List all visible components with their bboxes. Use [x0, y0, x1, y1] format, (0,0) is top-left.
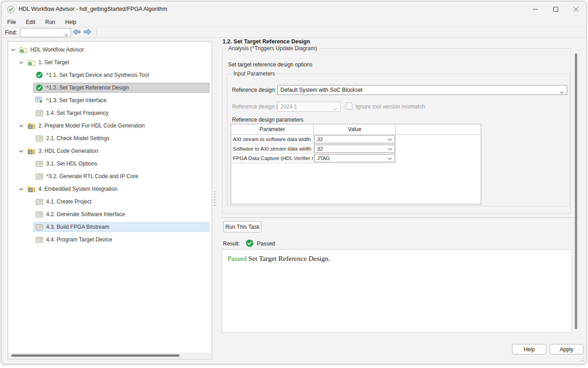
- result-status: Passed: [257, 241, 275, 247]
- window-controls: [525, 1, 586, 17]
- expand-chevron-icon[interactable]: [19, 188, 26, 191]
- tree-item-label: ^1.3. Set Target Interface: [46, 97, 107, 104]
- chevron-down-icon[interactable]: [64, 32, 68, 38]
- find-toolbar: Find:: [1, 28, 586, 38]
- workflow-tree-panel: HDL Workflow Advisor1. Set Target^1.1. S…: [8, 41, 212, 359]
- run-this-task-button[interactable]: Run This Task: [223, 221, 261, 232]
- parameter-value-cell: JTAG: [314, 154, 396, 163]
- parameter-value-cell: 32: [314, 144, 396, 154]
- tree-item[interactable]: HDL Workflow Advisor: [9, 43, 211, 56]
- table-header-empty: [396, 124, 481, 135]
- folder-tasks-icon: [28, 185, 35, 193]
- vertical-scrollbar-thumb[interactable]: [575, 53, 577, 329]
- reference-design-label: Reference design:: [232, 87, 276, 93]
- table-header-parameter: Parameter: [231, 124, 314, 135]
- table-empty-cell: [396, 135, 481, 144]
- table-row: Software to AXI stream data width32: [231, 144, 481, 154]
- task-icon: [35, 211, 43, 218]
- tree-item[interactable]: 1.4. Set Target Frequency: [9, 107, 211, 119]
- tree-item-label: 2. Prepare Model For HDL Code Generation: [38, 123, 145, 129]
- tree-item[interactable]: ^1.3. Set Target Interface: [9, 94, 211, 107]
- expand-chevron-icon[interactable]: [19, 150, 26, 153]
- reference-design-dropdown[interactable]: Default System with SoC Blockset: [277, 85, 567, 95]
- result-message-area: Passed Set Target Reference Design.: [222, 249, 572, 333]
- tree-item[interactable]: 2.1. Check Model Settings: [9, 132, 211, 145]
- tree-item-label: 4.2. Generate Software Interface: [46, 211, 125, 217]
- expand-chevron-icon[interactable]: [11, 48, 18, 52]
- tree-item-label: HDL Workflow Advisor: [30, 47, 84, 53]
- find-label: Find:: [5, 29, 17, 36]
- task-icon: [35, 109, 43, 117]
- tree-item-label: 3. HDL Code Generation: [38, 148, 98, 154]
- task-icon: [35, 135, 43, 142]
- tree-item-label: 3.1. Set HDL Options: [46, 160, 97, 167]
- find-next-button[interactable]: [83, 28, 93, 37]
- horizontal-scrollbar-thumb[interactable]: [11, 354, 180, 357]
- menu-item-run[interactable]: Run: [40, 18, 60, 27]
- find-previous-button[interactable]: [72, 28, 82, 37]
- minimize-button[interactable]: [525, 1, 545, 17]
- apply-button[interactable]: Apply: [550, 344, 583, 354]
- tree-item[interactable]: 1. Set Target: [9, 56, 211, 69]
- tree-item[interactable]: 3.1. Set HDL Options: [9, 157, 211, 170]
- menu-item-file[interactable]: File: [2, 18, 21, 27]
- task-icon: [35, 236, 43, 243]
- value-dropdown-text: JTAG: [317, 156, 330, 161]
- value-dropdown-text: 32: [317, 137, 323, 142]
- tree-item[interactable]: 2. Prepare Model For HDL Code Generation: [9, 119, 211, 132]
- menu-item-help[interactable]: Help: [60, 18, 81, 27]
- value-dropdown[interactable]: 32: [314, 135, 395, 143]
- workflow-tree: HDL Workflow Advisor1. Set Target^1.1. S…: [9, 43, 211, 246]
- tree-item[interactable]: ^1.1. Set Target Device and Synthesis To…: [9, 69, 211, 81]
- tree-item[interactable]: 4.4. Program Target Device: [9, 233, 211, 246]
- result-label: Result:: [223, 241, 240, 247]
- tree-item[interactable]: ^1.2. Set Target Reference Design: [9, 81, 211, 94]
- ignore-mismatch-label: Ignore tool version mismatch: [356, 104, 425, 110]
- result-message-text: Set Target Reference Design.: [247, 255, 330, 262]
- tree-item[interactable]: ^3.2. Generate RTL Code and IP Core: [9, 170, 211, 183]
- splitter-grip-icon: [214, 190, 216, 206]
- tree-item[interactable]: 4.2. Generate Software Interface: [9, 208, 211, 221]
- tree-item-label: 4.3. Build FPGA Bitstream: [46, 224, 109, 230]
- ignore-mismatch-checkbox[interactable]: [346, 103, 352, 109]
- tree-item[interactable]: 4.1. Create Project: [9, 195, 211, 208]
- help-button[interactable]: Help: [512, 344, 546, 354]
- chevron-down-icon: [388, 146, 392, 151]
- tree-item-label: ^1.1. Set Target Device and Synthesis To…: [46, 72, 149, 78]
- maximize-button[interactable]: [545, 1, 566, 17]
- check-circle-icon: [35, 84, 43, 91]
- input-parameters-legend: Input Parameters: [231, 71, 277, 77]
- task-panel: 1.2. Set Target Reference Design Analysi…: [222, 38, 585, 359]
- horizontal-scrollbar[interactable]: [9, 353, 211, 359]
- tree-item-label: 1.4. Set Target Frequency: [46, 110, 109, 116]
- input-parameters-groupbox: Input Parameters Reference design: Defau…: [227, 74, 570, 206]
- find-combobox[interactable]: [20, 28, 71, 37]
- folder-check-icon: [19, 46, 27, 53]
- value-dropdown[interactable]: JTAG: [314, 154, 395, 162]
- tree-item[interactable]: 3. HDL Code Generation: [9, 145, 211, 157]
- arrow-right-icon: [83, 28, 92, 35]
- find-input[interactable]: [21, 29, 63, 36]
- panel-splitter[interactable]: [213, 38, 217, 359]
- reference-design-value: Default System with SoC Blockset: [280, 87, 362, 93]
- close-button[interactable]: [566, 1, 586, 17]
- analysis-groupbox: Analysis (^Triggers Update Diagram) Set …: [222, 48, 571, 214]
- value-dropdown[interactable]: 32: [314, 145, 395, 153]
- task-icon: [35, 173, 43, 180]
- expand-chevron-icon[interactable]: [19, 61, 26, 64]
- task-icon: [35, 198, 43, 205]
- hdl-workflow-advisor-window: HDL Workflow Advisor - hdl_gettingStarte…: [1, 1, 587, 364]
- reference-design-parameters-table: ParameterValueAXI stream to software dat…: [231, 124, 481, 204]
- expand-chevron-icon[interactable]: [19, 124, 26, 127]
- chevron-down-icon: [560, 89, 564, 95]
- tree-item[interactable]: 4.3. Build FPGA Bitstream: [9, 221, 211, 233]
- menu-bar: File Edit Run Help: [2, 18, 586, 27]
- passed-check-icon: [246, 239, 254, 247]
- result-message-status: Passed: [228, 255, 247, 262]
- tree-item[interactable]: 4. Embedded System Integration: [9, 183, 211, 195]
- chevron-down-icon: [333, 106, 337, 112]
- menu-item-edit[interactable]: Edit: [21, 18, 40, 27]
- tree-item-label: 1. Set Target: [38, 59, 69, 66]
- tree-item-label: 4.4. Program Target Device: [46, 236, 112, 243]
- folder-tasks-icon: [28, 147, 35, 155]
